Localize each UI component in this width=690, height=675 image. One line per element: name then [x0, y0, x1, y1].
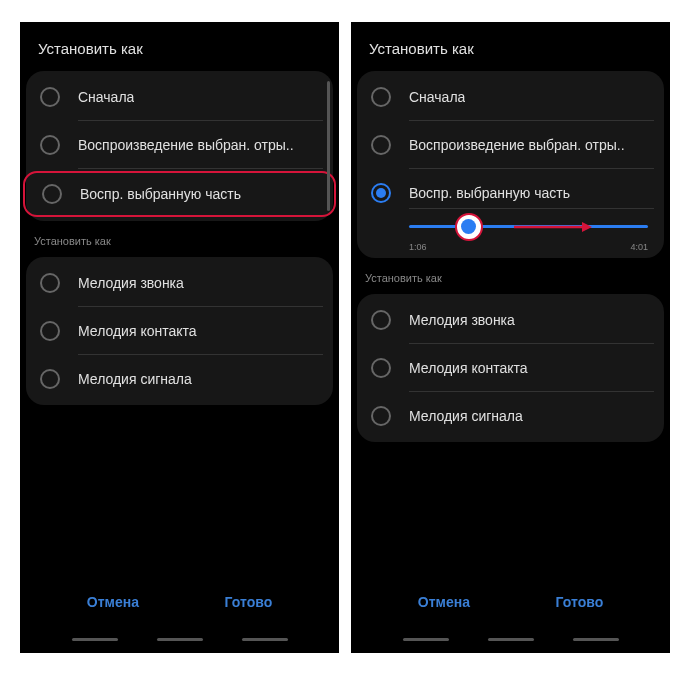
nav-back-icon[interactable] — [242, 638, 288, 641]
highlight-annotation: Воспр. выбранную часть — [23, 171, 336, 217]
svg-marker-1 — [582, 222, 592, 232]
time-labels: 1:06 4:01 — [357, 236, 664, 256]
radio-row-notification[interactable]: Мелодия сигнала — [26, 355, 333, 403]
radio-icon — [371, 135, 391, 155]
footer: Отмена Готово — [351, 584, 670, 638]
radio-icon — [40, 273, 60, 293]
radio-icon — [40, 369, 60, 389]
nav-bars — [20, 638, 339, 653]
radio-label: Мелодия сигнала — [409, 408, 523, 424]
audio-slider[interactable] — [357, 209, 664, 236]
radio-icon — [42, 184, 62, 204]
header-title: Установить как — [351, 22, 670, 71]
radio-row-ringtone[interactable]: Мелодия звонка — [26, 259, 333, 307]
radio-label: Воспр. выбранную часть — [409, 185, 570, 201]
done-button[interactable]: Готово — [544, 584, 616, 620]
radio-label: Мелодия контакта — [409, 360, 528, 376]
radio-icon — [371, 358, 391, 378]
nav-recents-icon[interactable] — [403, 638, 449, 641]
radio-row-contact-melody[interactable]: Мелодия контакта — [26, 307, 333, 355]
slider-thumb[interactable] — [455, 213, 483, 241]
radio-label: Воспроизведение выбран. отры.. — [78, 137, 294, 153]
right-pane: Установить как Сначала Воспроизведение в… — [351, 22, 670, 653]
header-title: Установить как — [20, 22, 339, 71]
radio-label: Сначала — [409, 89, 465, 105]
radio-row-ringtone[interactable]: Мелодия звонка — [357, 296, 664, 344]
time-start: 1:06 — [409, 242, 427, 252]
nav-home-icon[interactable] — [157, 638, 203, 641]
subheader: Установить как — [20, 221, 339, 257]
subheader: Установить как — [351, 258, 670, 294]
radio-row-notification[interactable]: Мелодия сигнала — [357, 392, 664, 440]
radio-row-contact-melody[interactable]: Мелодия контакта — [357, 344, 664, 392]
cancel-button[interactable]: Отмена — [406, 584, 482, 620]
thumb-dot-icon — [461, 219, 476, 234]
radio-icon — [371, 87, 391, 107]
time-end: 4:01 — [630, 242, 648, 252]
nav-home-icon[interactable] — [488, 638, 534, 641]
nav-back-icon[interactable] — [573, 638, 619, 641]
radio-icon — [40, 87, 60, 107]
radio-row-from-start[interactable]: Сначала — [357, 73, 664, 121]
radio-label: Воспр. выбранную часть — [80, 186, 241, 202]
setas-card: Мелодия звонка Мелодия контакта Мелодия … — [26, 257, 333, 405]
playback-card: Сначала Воспроизведение выбран. отры.. В… — [357, 71, 664, 258]
left-pane: Установить как Сначала Воспроизведение в… — [20, 22, 339, 653]
nav-bars — [351, 638, 670, 653]
done-button[interactable]: Готово — [213, 584, 285, 620]
thumb-highlight-icon — [455, 213, 483, 241]
radio-label: Мелодия контакта — [78, 323, 197, 339]
playback-card: Сначала Воспроизведение выбран. отры.. В… — [26, 71, 333, 221]
cancel-button[interactable]: Отмена — [75, 584, 151, 620]
radio-label: Мелодия звонка — [78, 275, 184, 291]
drag-arrow-icon — [514, 220, 594, 234]
radio-label: Мелодия звонка — [409, 312, 515, 328]
radio-row-from-start[interactable]: Сначала — [26, 73, 333, 121]
footer: Отмена Готово — [20, 584, 339, 638]
radio-label: Воспроизведение выбран. отры.. — [409, 137, 625, 153]
setas-card: Мелодия звонка Мелодия контакта Мелодия … — [357, 294, 664, 442]
radio-icon — [371, 406, 391, 426]
radio-label: Сначала — [78, 89, 134, 105]
slider-track — [409, 225, 648, 228]
radio-row-play-part[interactable]: Воспр. выбранную часть — [357, 169, 664, 209]
radio-icon — [40, 135, 60, 155]
nav-recents-icon[interactable] — [72, 638, 118, 641]
radio-icon-checked — [371, 183, 391, 203]
radio-row-selected-excerpt[interactable]: Воспроизведение выбран. отры.. — [357, 121, 664, 169]
radio-row-selected-excerpt[interactable]: Воспроизведение выбран. отры.. — [26, 121, 333, 169]
radio-icon — [371, 310, 391, 330]
radio-icon — [40, 321, 60, 341]
radio-row-play-part[interactable]: Воспр. выбранную часть — [28, 173, 331, 215]
radio-label: Мелодия сигнала — [78, 371, 192, 387]
